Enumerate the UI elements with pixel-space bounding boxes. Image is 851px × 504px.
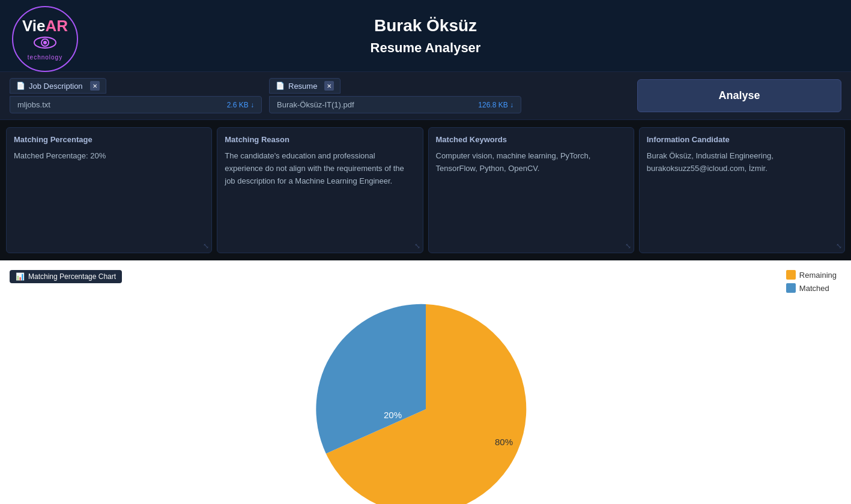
chart-area: 📊 Matching Percentage Chart Remaining Ma… bbox=[0, 260, 851, 504]
matching-reason-card: Matching Reason The candidate's educatio… bbox=[217, 127, 423, 253]
logo-sub-text: technology bbox=[28, 54, 62, 61]
resume-file-row: Burak-Öksüz-IT(1).pdf 126.8 KB ↓ bbox=[269, 96, 521, 113]
matching-reason-content: The candidate's education and profession… bbox=[225, 150, 415, 187]
pie-chart-container: 80% 20% bbox=[10, 289, 841, 504]
header-titles: Burak Öksüz Resume Analyser bbox=[371, 16, 481, 56]
resize-handle-2[interactable]: ⤡ bbox=[414, 242, 420, 250]
svg-point-2 bbox=[43, 41, 47, 44]
doc-icon: 📄 bbox=[16, 82, 25, 90]
matched-keywords-card: Matched Keywords Computer vision, machin… bbox=[428, 127, 634, 253]
legend-matched-color bbox=[786, 283, 796, 293]
job-description-section: 📄 Job Description ✕ mljobs.txt 2.6 KB ↓ bbox=[10, 78, 262, 113]
information-candidate-card: Information Candidate Burak Öksüz, Indus… bbox=[639, 127, 845, 253]
chart-title: 📊 Matching Percentage Chart bbox=[10, 270, 122, 283]
upload-bar: 📄 Job Description ✕ mljobs.txt 2.6 KB ↓ … bbox=[0, 72, 851, 120]
header: VieAR technology Burak Öksüz Resume Anal… bbox=[0, 0, 851, 72]
logo-ar: AR bbox=[46, 17, 68, 35]
matching-percentage-title: Matching Percentage bbox=[14, 135, 204, 144]
analyse-button[interactable]: Analyse bbox=[637, 79, 841, 112]
matching-percentage-content: Matched Percentage: 20% bbox=[14, 150, 204, 163]
chart-title-bar: 📊 Matching Percentage Chart bbox=[10, 270, 841, 283]
resume-doc-icon: 📄 bbox=[276, 82, 285, 90]
resume-tab[interactable]: 📄 Resume ✕ bbox=[269, 78, 341, 94]
resume-close-button[interactable]: ✕ bbox=[324, 81, 334, 91]
legend-matched-label: Matched bbox=[799, 284, 829, 293]
eye-icon bbox=[33, 36, 57, 52]
information-candidate-title: Information Candidate bbox=[647, 135, 837, 144]
remaining-pct-label: 80% bbox=[494, 437, 512, 447]
matched-pct-label: 20% bbox=[383, 410, 401, 420]
matching-reason-title: Matching Reason bbox=[225, 135, 415, 144]
resume-filename: Burak-Öksüz-IT(1).pdf bbox=[277, 100, 354, 109]
job-close-button[interactable]: ✕ bbox=[90, 81, 100, 91]
legend-matched: Matched bbox=[786, 283, 837, 293]
information-candidate-content: Burak Öksüz, Industrial Engineering, bur… bbox=[647, 150, 837, 175]
resize-handle-4[interactable]: ⤡ bbox=[836, 242, 842, 250]
legend-remaining-label: Remaining bbox=[799, 271, 837, 280]
job-filesize: 2.6 KB ↓ bbox=[227, 101, 254, 109]
resume-section: 📄 Resume ✕ Burak-Öksüz-IT(1).pdf 126.8 K… bbox=[269, 78, 521, 113]
resize-handle-3[interactable]: ⤡ bbox=[625, 242, 631, 250]
job-filename: mljobs.txt bbox=[17, 100, 50, 109]
chart-title-label: Matching Percentage Chart bbox=[28, 272, 116, 281]
logo-vie: Vie bbox=[22, 17, 46, 35]
pie-chart: 80% 20% bbox=[300, 295, 552, 504]
resize-handle-1[interactable]: ⤡ bbox=[203, 242, 209, 250]
job-file-row: mljobs.txt 2.6 KB ↓ bbox=[10, 96, 262, 113]
chart-legend: Remaining Matched bbox=[786, 270, 837, 293]
header-subtitle: Resume Analyser bbox=[371, 40, 481, 56]
resume-tab-label: Resume bbox=[288, 82, 317, 91]
header-name: Burak Öksüz bbox=[371, 16, 481, 35]
logo-circle: VieAR technology bbox=[12, 6, 78, 72]
logo-text: VieAR bbox=[22, 18, 68, 34]
cards-area: Matching Percentage Matched Percentage: … bbox=[0, 120, 851, 260]
resume-filesize: 126.8 KB ↓ bbox=[478, 101, 513, 109]
job-tab-label: Job Description bbox=[29, 82, 83, 91]
logo-area: VieAR technology bbox=[12, 6, 78, 72]
matched-keywords-content: Computer vision, machine learning, PyTor… bbox=[436, 150, 626, 175]
legend-remaining: Remaining bbox=[786, 270, 837, 280]
legend-remaining-color bbox=[786, 270, 796, 280]
matched-keywords-title: Matched Keywords bbox=[436, 135, 626, 144]
chart-icon: 📊 bbox=[16, 272, 25, 281]
job-description-tab[interactable]: 📄 Job Description ✕ bbox=[10, 78, 106, 94]
matching-percentage-card: Matching Percentage Matched Percentage: … bbox=[6, 127, 212, 253]
